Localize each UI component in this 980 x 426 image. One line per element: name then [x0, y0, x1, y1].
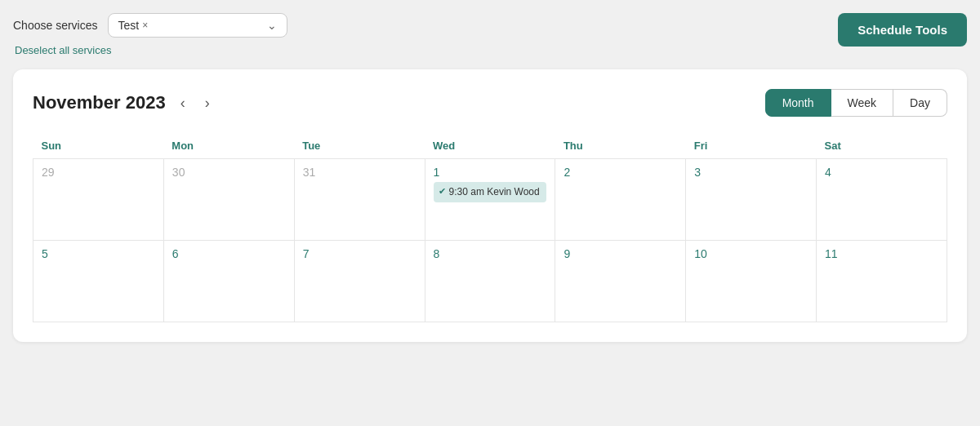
day-number: 31	[303, 166, 416, 179]
calendar-cell[interactable]: 6	[163, 241, 294, 322]
calendar-cell[interactable]: 9	[555, 241, 686, 322]
day-number: 8	[434, 247, 547, 260]
day-number: 9	[564, 247, 677, 260]
calendar-cell[interactable]: 8	[425, 241, 555, 322]
event-check-icon: ✔	[439, 186, 446, 197]
calendar-card: November 2023 ‹ › Month Week Day Sun Mon…	[13, 69, 967, 342]
service-select-dropdown[interactable]: Test × ⌄	[108, 13, 287, 38]
calendar-cell[interactable]: 10	[686, 241, 817, 322]
calendar-week-row: 2930311✔9:30 am Kevin Wood234	[33, 159, 947, 241]
event-text: 9:30 am Kevin Wood	[449, 185, 540, 199]
calendar-cell[interactable]: 7	[294, 241, 425, 322]
day-number: 6	[172, 247, 286, 260]
calendar-cell[interactable]: 5	[33, 241, 164, 322]
header-mon: Mon	[163, 133, 294, 159]
deselect-all-link[interactable]: Deselect all services	[15, 44, 287, 56]
day-number: 11	[825, 247, 938, 260]
top-bar-left: Choose services Test × ⌄ Deselect all se…	[13, 13, 287, 56]
calendar-cell[interactable]: 30	[163, 159, 294, 241]
day-header-row: Sun Mon Tue Wed Thu Fri Sat	[33, 133, 947, 159]
schedule-tools-button[interactable]: Schedule Tools	[838, 13, 967, 47]
header-wed: Wed	[425, 133, 555, 159]
chevron-down-icon: ⌄	[267, 19, 277, 32]
calendar-cell[interactable]: 2	[555, 159, 686, 241]
day-number: 5	[42, 247, 155, 260]
calendar-cell[interactable]: 4	[817, 159, 947, 241]
day-number: 1	[434, 166, 547, 179]
header-sun: Sun	[33, 133, 164, 159]
choose-services-row: Choose services Test × ⌄	[13, 13, 287, 38]
day-number: 29	[42, 166, 155, 179]
calendar-cell[interactable]: 31	[294, 159, 425, 241]
calendar-month-title: November 2023	[33, 92, 166, 113]
day-number: 3	[694, 166, 808, 179]
calendar-cell[interactable]: 29	[33, 159, 164, 241]
day-view-button[interactable]: Day	[893, 89, 947, 117]
calendar-cell[interactable]: 3	[686, 159, 817, 241]
service-tag-name: Test	[118, 19, 140, 32]
calendar-header: November 2023 ‹ › Month Week Day	[33, 89, 947, 117]
day-number: 30	[172, 166, 286, 179]
calendar-cell[interactable]: 11	[817, 241, 947, 322]
day-number: 7	[303, 247, 416, 260]
month-view-button[interactable]: Month	[765, 89, 831, 117]
choose-services-label: Choose services	[13, 19, 98, 32]
next-month-button[interactable]: ›	[200, 93, 215, 113]
day-number: 4	[825, 166, 938, 179]
service-tag-remove[interactable]: ×	[142, 20, 148, 31]
calendar-cell[interactable]: 1✔9:30 am Kevin Wood	[425, 159, 555, 241]
top-bar: Choose services Test × ⌄ Deselect all se…	[13, 13, 967, 56]
header-thu: Thu	[555, 133, 686, 159]
header-sat: Sat	[817, 133, 947, 159]
week-view-button[interactable]: Week	[831, 89, 894, 117]
prev-month-button[interactable]: ‹	[176, 93, 190, 113]
header-tue: Tue	[294, 133, 425, 159]
header-fri: Fri	[686, 133, 817, 159]
view-buttons-group: Month Week Day	[765, 89, 947, 117]
calendar-title-group: November 2023 ‹ ›	[33, 92, 215, 113]
calendar-grid: Sun Mon Tue Wed Thu Fri Sat 2930311✔9:30…	[33, 133, 947, 322]
event-block[interactable]: ✔9:30 am Kevin Wood	[434, 182, 547, 202]
day-number: 10	[694, 247, 808, 260]
calendar-week-row: 567891011	[33, 241, 947, 322]
day-number: 2	[564, 166, 677, 179]
service-tag: Test ×	[118, 19, 149, 32]
